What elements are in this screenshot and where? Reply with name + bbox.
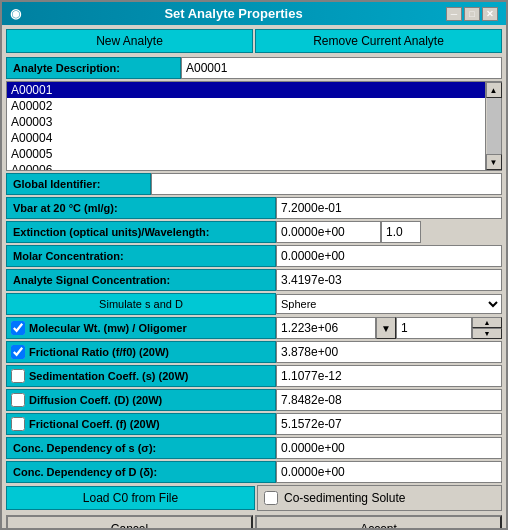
main-window: ◉ Set Analyte Properties ─ □ ✕ New Analy… xyxy=(0,0,508,530)
list-item[interactable]: A00003 xyxy=(7,114,485,130)
minimize-button[interactable]: ─ xyxy=(446,7,462,21)
shape-select[interactable]: SphereProlate EllipsoidOblate EllipsoidR… xyxy=(276,294,502,314)
frictional-ratio-row: Frictional Ratio (f/f0) (20W) xyxy=(6,341,502,363)
conc-dep-d-value xyxy=(276,461,502,483)
mw-row: Molecular Wt. (mw) / Oligomer ▼ ▲ ▼ xyxy=(6,317,502,339)
frictional-coeff-checkbox[interactable] xyxy=(11,417,25,431)
wavelength-input[interactable] xyxy=(386,225,416,239)
maximize-button[interactable]: □ xyxy=(464,7,480,21)
molar-conc-input[interactable] xyxy=(281,249,497,263)
simulate-button[interactable]: Simulate s and D xyxy=(6,293,276,315)
list-scrollbar: ▲ ▼ xyxy=(485,82,501,170)
sedimentation-value xyxy=(276,365,502,387)
vbar-row: Vbar at 20 °C (ml/g): xyxy=(6,197,502,219)
diffusion-checkbox[interactable] xyxy=(11,393,25,407)
frictional-coeff-label-cell: Frictional Coeff. (f) (20W) xyxy=(6,413,276,435)
frictional-ratio-checkbox[interactable] xyxy=(11,345,25,359)
diffusion-row: Diffusion Coeff. (D) (20W) xyxy=(6,389,502,411)
scroll-up-button[interactable]: ▲ xyxy=(486,82,502,98)
diffusion-label-cell: Diffusion Coeff. (D) (20W) xyxy=(6,389,276,411)
diffusion-input[interactable] xyxy=(281,393,497,407)
extinction-value xyxy=(276,221,381,243)
oligomer-input[interactable] xyxy=(401,321,467,335)
mw-input[interactable] xyxy=(281,321,371,335)
scroll-track xyxy=(487,98,501,154)
conc-dep-s-label: Conc. Dependency of s (σ): xyxy=(6,437,276,459)
frictional-ratio-label-text: Frictional Ratio (f/f0) (20W) xyxy=(29,346,169,358)
load-row: Load C0 from File Co-sedimenting Solute xyxy=(6,485,502,511)
accept-button[interactable]: Accept xyxy=(255,515,502,528)
global-id-row: Global Identifier: xyxy=(6,173,502,195)
oligomer-spinner: ▲ ▼ xyxy=(472,317,502,339)
shape-select-cell: SphereProlate EllipsoidOblate EllipsoidR… xyxy=(276,293,502,315)
mw-value-row: ▼ ▲ ▼ xyxy=(276,317,502,339)
sedimentation-row: Sedimentation Coeff. (s) (20W) xyxy=(6,365,502,387)
diffusion-value xyxy=(276,389,502,411)
analyte-list-container: A00001A00002A00003A00004A00005A00006 ▲ ▼ xyxy=(6,81,502,171)
analyte-description-label: Analyte Description: xyxy=(6,57,181,79)
analyte-description-value xyxy=(181,57,502,79)
titlebar-icon: ◉ xyxy=(10,6,21,21)
molar-conc-label: Molar Concentration: xyxy=(6,245,276,267)
cosedimenting-checkbox[interactable] xyxy=(264,491,278,505)
frictional-ratio-value xyxy=(276,341,502,363)
global-id-value xyxy=(151,173,502,195)
list-item[interactable]: A00001 xyxy=(7,82,485,98)
mw-checkbox[interactable] xyxy=(11,321,25,335)
global-id-input[interactable] xyxy=(156,174,497,188)
titlebar: ◉ Set Analyte Properties ─ □ ✕ xyxy=(2,2,506,25)
vbar-input[interactable] xyxy=(281,201,497,215)
oligomer-down-button[interactable]: ▼ xyxy=(472,328,502,339)
window-controls: ─ □ ✕ xyxy=(446,7,498,21)
oligomer-value xyxy=(396,317,472,339)
frictional-coeff-row: Frictional Coeff. (f) (20W) xyxy=(6,413,502,435)
extinction-wavelength xyxy=(381,221,421,243)
cosedimenting-label: Co-sedimenting Solute xyxy=(284,491,405,505)
conc-dep-d-label: Conc. Dependency of D (δ): xyxy=(6,461,276,483)
list-item[interactable]: A00006 xyxy=(7,162,485,170)
list-item[interactable]: A00002 xyxy=(7,98,485,114)
close-button[interactable]: ✕ xyxy=(482,7,498,21)
load-co-button[interactable]: Load C0 from File xyxy=(6,486,255,510)
conc-dep-s-row: Conc. Dependency of s (σ): xyxy=(6,437,502,459)
list-item[interactable]: A00005 xyxy=(7,146,485,162)
global-id-label: Global Identifier: xyxy=(6,173,151,195)
molar-conc-value xyxy=(276,245,502,267)
top-button-row: New Analyte Remove Current Analyte xyxy=(6,29,502,53)
simulate-row: Simulate s and D SphereProlate Ellipsoid… xyxy=(6,293,502,315)
conc-dep-s-input[interactable] xyxy=(281,441,497,455)
oligomer-up-button[interactable]: ▲ xyxy=(472,317,502,328)
signal-conc-input[interactable] xyxy=(281,273,497,287)
analyte-description-row: Analyte Description: xyxy=(6,57,502,79)
sedimentation-checkbox[interactable] xyxy=(11,369,25,383)
sedimentation-input[interactable] xyxy=(281,369,497,383)
list-item[interactable]: A00004 xyxy=(7,130,485,146)
vbar-label: Vbar at 20 °C (ml/g): xyxy=(6,197,276,219)
vbar-value xyxy=(276,197,502,219)
new-analyte-button[interactable]: New Analyte xyxy=(6,29,253,53)
diffusion-label-text: Diffusion Coeff. (D) (20W) xyxy=(29,394,162,406)
window-title: Set Analyte Properties xyxy=(164,6,302,21)
extinction-label: Extinction (optical units)/Wavelength: xyxy=(6,221,276,243)
molar-conc-row: Molar Concentration: xyxy=(6,245,502,267)
mw-label-text: Molecular Wt. (mw) / Oligomer xyxy=(29,322,187,334)
conc-dep-d-input[interactable] xyxy=(281,465,497,479)
signal-conc-value xyxy=(276,269,502,291)
analyte-list[interactable]: A00001A00002A00003A00004A00005A00006 xyxy=(7,82,485,170)
remove-analyte-button[interactable]: Remove Current Analyte xyxy=(255,29,502,53)
analyte-description-input[interactable] xyxy=(186,61,497,75)
frictional-ratio-input[interactable] xyxy=(281,345,497,359)
conc-dep-s-value xyxy=(276,437,502,459)
mw-label-cell: Molecular Wt. (mw) / Oligomer xyxy=(6,317,276,339)
frictional-coeff-label-text: Frictional Coeff. (f) (20W) xyxy=(29,418,160,430)
extinction-row: Extinction (optical units)/Wavelength: xyxy=(6,221,502,243)
frictional-ratio-label-cell: Frictional Ratio (f/f0) (20W) xyxy=(6,341,276,363)
cancel-button[interactable]: Cancel xyxy=(6,515,253,528)
conc-dep-d-row: Conc. Dependency of D (δ): xyxy=(6,461,502,483)
frictional-coeff-value xyxy=(276,413,502,435)
mw-input-cell xyxy=(276,317,376,339)
extinction-input[interactable] xyxy=(281,225,376,239)
scroll-down-button[interactable]: ▼ xyxy=(486,154,502,170)
frictional-coeff-input[interactable] xyxy=(281,417,497,431)
mw-dropdown-button[interactable]: ▼ xyxy=(376,317,396,339)
